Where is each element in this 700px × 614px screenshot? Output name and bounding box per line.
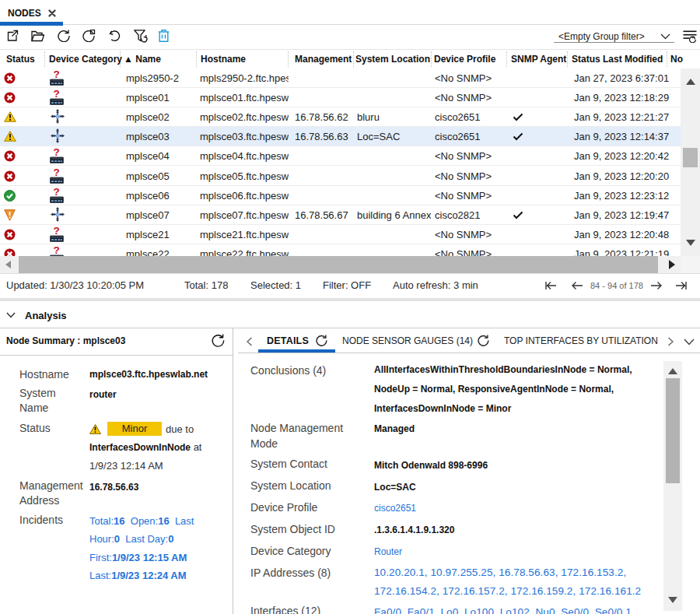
svg-text:?: ? (54, 69, 60, 80)
svg-text:?: ? (54, 89, 60, 100)
svg-text:?: ? (54, 187, 60, 198)
svg-text:?: ? (54, 226, 60, 237)
svg-text:?: ? (54, 167, 60, 178)
svg-text:?: ? (54, 147, 60, 158)
svg-text:?: ? (54, 245, 60, 256)
